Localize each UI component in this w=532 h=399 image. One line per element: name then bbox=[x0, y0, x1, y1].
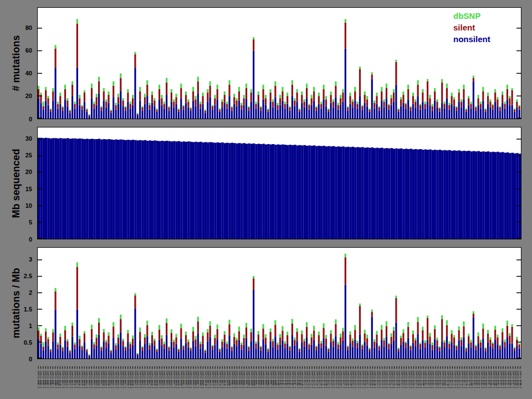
bar-segment bbox=[308, 104, 310, 105]
bar-segment bbox=[388, 149, 390, 239]
bar-segment bbox=[366, 345, 368, 359]
bar-segment bbox=[364, 334, 366, 342]
bar-segment bbox=[412, 334, 414, 342]
bar-segment bbox=[466, 351, 467, 359]
bar-segment bbox=[335, 324, 336, 336]
bar-segment bbox=[219, 350, 221, 352]
bar-segment bbox=[176, 94, 177, 97]
bar-segment bbox=[76, 309, 78, 359]
bar-segment bbox=[451, 330, 453, 334]
bar-segment bbox=[448, 341, 450, 344]
bar-segment bbox=[400, 97, 402, 99]
bar-segment bbox=[158, 85, 160, 89]
x-tick-mark bbox=[72, 366, 73, 369]
bar-segment bbox=[308, 145, 310, 239]
bar-segment bbox=[57, 344, 59, 349]
x-tick-mark bbox=[387, 366, 387, 369]
bar-segment bbox=[480, 152, 482, 239]
bar-segment bbox=[258, 334, 259, 342]
bar-segment bbox=[81, 345, 83, 346]
bar-segment bbox=[289, 145, 291, 239]
bar-segment bbox=[482, 324, 484, 329]
bar-segment bbox=[446, 88, 448, 98]
bar-segment bbox=[176, 334, 177, 337]
bar-segment bbox=[417, 85, 419, 96]
bar-segment bbox=[105, 99, 107, 101]
bar-segment bbox=[369, 349, 370, 351]
bar-segment bbox=[487, 151, 489, 239]
x-tick-mark bbox=[142, 366, 143, 369]
bar-segment bbox=[187, 101, 189, 107]
bar-segment bbox=[277, 105, 279, 110]
bar-segment bbox=[325, 96, 327, 99]
bar-segment bbox=[516, 153, 518, 239]
bar-segment bbox=[163, 104, 165, 108]
bar-segment bbox=[415, 149, 417, 239]
bar-segment bbox=[412, 150, 415, 239]
bar-segment bbox=[79, 336, 80, 339]
bar-segment bbox=[277, 342, 279, 345]
bar-segment bbox=[137, 113, 139, 114]
x-tick-mark bbox=[181, 366, 182, 369]
bar-segment bbox=[478, 344, 479, 359]
bar-segment bbox=[117, 337, 119, 344]
bar-segment bbox=[245, 323, 247, 328]
bar-segment bbox=[391, 333, 392, 337]
bar-segment bbox=[192, 100, 194, 119]
bar-segment bbox=[66, 346, 68, 359]
y-tick-mark bbox=[38, 293, 42, 293]
y-tick-mark bbox=[516, 358, 521, 359]
bar-segment bbox=[253, 278, 254, 290]
bar-segment bbox=[270, 341, 272, 359]
x-tick-mark bbox=[89, 366, 89, 369]
x-tick-mark bbox=[350, 366, 351, 369]
bar-segment bbox=[516, 101, 518, 107]
bar-segment bbox=[86, 352, 88, 359]
bar-segment bbox=[308, 345, 310, 349]
bar-segment bbox=[519, 344, 520, 348]
bar-segment bbox=[224, 331, 226, 335]
bar-segment bbox=[156, 109, 158, 110]
bar-segment bbox=[134, 68, 136, 119]
x-tick-mark bbox=[53, 366, 53, 369]
bar-segment bbox=[311, 146, 313, 239]
bar-segment bbox=[168, 108, 170, 111]
bar-segment bbox=[277, 145, 279, 239]
x-tick-mark bbox=[423, 366, 424, 369]
bar-segment bbox=[233, 143, 236, 239]
bar-segment bbox=[311, 95, 313, 98]
bar-segment bbox=[176, 97, 177, 104]
bar-segment bbox=[441, 341, 443, 359]
bar-segment bbox=[352, 99, 354, 101]
bar-segment bbox=[415, 340, 416, 346]
bar-segment bbox=[504, 347, 505, 359]
bar-segment bbox=[100, 346, 102, 347]
bar-segment bbox=[117, 94, 119, 97]
x-tick-mark bbox=[65, 366, 65, 369]
bar-segment bbox=[168, 347, 170, 351]
bar-segment bbox=[214, 105, 216, 119]
bar-segment bbox=[243, 335, 245, 338]
bar-segment bbox=[279, 345, 281, 359]
bar-segment bbox=[108, 332, 109, 336]
bar-segment bbox=[388, 349, 390, 359]
x-tick-mark bbox=[247, 366, 247, 369]
bar-segment bbox=[178, 110, 180, 112]
bar-segment bbox=[233, 97, 235, 104]
bar-segment bbox=[499, 345, 501, 346]
x-tick-mark bbox=[438, 366, 438, 369]
bar-segment bbox=[108, 139, 110, 239]
bar-segment bbox=[238, 331, 240, 340]
bar-segment bbox=[79, 98, 80, 105]
bar-segment bbox=[224, 335, 226, 342]
bar-segment bbox=[91, 339, 93, 359]
bar-segment bbox=[507, 326, 508, 337]
bar-segment bbox=[332, 146, 335, 239]
bar-segment bbox=[226, 344, 228, 348]
bar-segment bbox=[262, 324, 264, 329]
bar-segment bbox=[66, 100, 68, 106]
bar-segment bbox=[144, 140, 146, 239]
x-tick-mark bbox=[370, 366, 370, 369]
bar-segment bbox=[149, 140, 151, 239]
bar-segment bbox=[132, 95, 134, 98]
